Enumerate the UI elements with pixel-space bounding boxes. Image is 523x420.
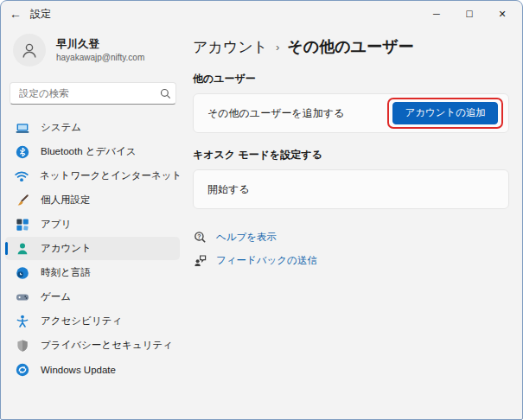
sidebar-item-label: プライバシーとセキュリティ <box>41 339 173 352</box>
apps-grid-icon <box>15 217 29 232</box>
sidebar-item-apps[interactable]: アプリ <box>5 213 180 236</box>
svg-text:?: ? <box>197 233 201 239</box>
caption-controls: ─ ☐ ✕ <box>420 1 519 27</box>
help-links: ? ヘルプを表示 フィードバックの送信 <box>193 226 509 272</box>
search-input[interactable] <box>10 88 156 99</box>
sidebar-item-accessibility[interactable]: アクセシビリティ <box>5 309 180 333</box>
add-account-button[interactable]: アカウントの追加 <box>392 102 498 124</box>
chevron-right-icon: › <box>276 41 279 54</box>
sidebar-item-windows-update[interactable]: Windows Update <box>5 358 180 381</box>
add-account-button-wrap: アカウントの追加 <box>392 102 498 124</box>
maximize-button[interactable]: ☐ <box>453 1 486 27</box>
settings-nav: システム Bluetooth とデバイス <box>1 116 184 381</box>
minimize-button[interactable]: ─ <box>420 1 453 27</box>
breadcrumb: アカウント › その他のユーザー <box>193 36 509 57</box>
selected-indicator <box>5 242 8 255</box>
breadcrumb-parent[interactable]: アカウント <box>193 37 268 57</box>
sidebar-item-privacy[interactable]: プライバシーとセキュリティ <box>5 334 180 357</box>
windows-update-icon <box>15 362 29 377</box>
clock-globe-icon <box>15 265 29 280</box>
feedback-link-row: フィードバックの送信 <box>193 249 509 272</box>
kiosk-card[interactable]: 開始する <box>193 169 509 209</box>
sidebar-item-personalization[interactable]: 個人用設定 <box>5 188 180 212</box>
add-user-label: その他のユーザーを追加する <box>207 106 344 121</box>
sidebar-item-accounts[interactable]: アカウント <box>5 237 180 260</box>
game-controller-icon <box>15 290 29 304</box>
sidebar-item-label: 個人用設定 <box>41 194 91 207</box>
help-icon: ? <box>193 231 207 245</box>
system-icon <box>15 120 29 135</box>
show-help-link[interactable]: ヘルプを表示 <box>216 231 277 244</box>
feedback-icon <box>193 254 207 268</box>
sidebar-item-label: ネットワークとインターネット <box>40 169 182 182</box>
sidebar-item-bluetooth[interactable]: Bluetooth とデバイス <box>5 140 180 163</box>
close-button[interactable]: ✕ <box>486 1 519 27</box>
sidebar-item-gaming[interactable]: ゲーム <box>5 285 180 309</box>
shield-icon <box>15 338 29 353</box>
person-icon <box>20 41 39 60</box>
main-content: アカウント › その他のユーザー 他のユーザー その他のユーザーを追加する アカ… <box>193 27 509 419</box>
sidebar-item-label: システム <box>41 121 81 134</box>
help-link-row: ? ヘルプを表示 <box>193 226 509 249</box>
kiosk-get-started-label: 開始する <box>207 182 250 197</box>
sidebar-item-label: アカウント <box>41 242 92 255</box>
search-icon <box>156 88 175 99</box>
bluetooth-icon <box>15 144 29 159</box>
maximize-icon: ☐ <box>466 10 474 19</box>
sidebar-item-label: Bluetooth とデバイス <box>41 145 137 158</box>
accounts-person-icon <box>15 241 29 256</box>
section-heading-kiosk: キオスク モードを設定する <box>193 148 509 162</box>
profile-email: hayakawajp@nifty.com <box>56 52 144 64</box>
minimize-icon: ─ <box>433 9 440 19</box>
close-icon: ✕ <box>498 9 506 20</box>
profile-card[interactable]: 早川久登 hayakawajp@nifty.com <box>1 27 184 72</box>
sidebar-item-label: アクセシビリティ <box>41 315 122 328</box>
sidebar-item-time-language[interactable]: 時刻と言語 <box>5 261 180 284</box>
sidebar-item-label: ゲーム <box>41 290 71 303</box>
sidebar: 早川久登 hayakawajp@nifty.com <box>1 27 184 419</box>
sidebar-item-system[interactable]: システム <box>5 116 180 139</box>
sidebar-item-label: アプリ <box>41 218 71 231</box>
page-title: その他のユーザー <box>287 36 413 57</box>
accessibility-person-icon <box>15 314 29 328</box>
send-feedback-link[interactable]: フィードバックの送信 <box>216 254 317 267</box>
sidebar-item-label: 時刻と言語 <box>41 266 91 279</box>
profile-name: 早川久登 <box>56 37 144 52</box>
section-heading-other-users: 他のユーザー <box>193 72 509 86</box>
avatar <box>13 34 46 67</box>
sidebar-item-label: Windows Update <box>41 365 116 375</box>
settings-search <box>10 82 176 105</box>
paintbrush-icon <box>15 193 29 207</box>
profile-text: 早川久登 hayakawajp@nifty.com <box>56 37 144 63</box>
back-arrow-icon: ← <box>10 7 22 21</box>
window-title: 設定 <box>30 7 51 22</box>
network-wifi-icon <box>15 169 29 183</box>
other-users-card: その他のユーザーを追加する アカウントの追加 <box>193 93 509 133</box>
titlebar: ← 設定 ─ ☐ ✕ <box>1 1 522 27</box>
settings-window: ← 設定 ─ ☐ ✕ 早川久登 hayaka <box>0 0 523 420</box>
back-button[interactable]: ← <box>1 1 30 27</box>
sidebar-item-network[interactable]: ネットワークとインターネット <box>5 164 180 188</box>
